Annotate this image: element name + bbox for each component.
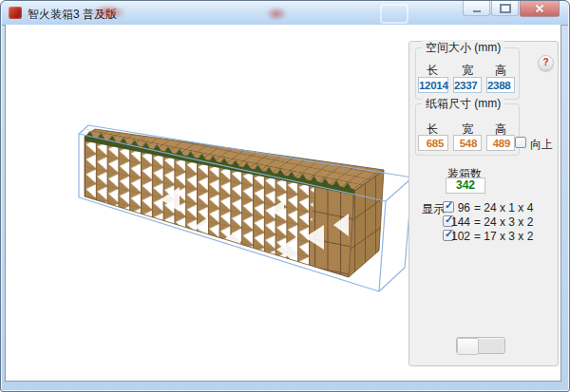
watermark-artifact (266, 7, 287, 21)
minimize-icon (473, 10, 481, 12)
space-height-input[interactable]: 2388 (486, 77, 515, 93)
app-icon (9, 7, 22, 19)
upward-checkbox[interactable] (515, 137, 526, 148)
display-formula-0: = 24 x 1 x 4 (474, 201, 533, 215)
box-count-value: 342 (446, 177, 485, 194)
window-title: 智火装箱3 普及版 (28, 7, 117, 23)
minimize-button[interactable] (463, 1, 490, 16)
space-size-title: 空间大小 (mm) (422, 40, 504, 56)
help-icon[interactable]: ? (538, 55, 554, 71)
close-icon (535, 4, 544, 13)
display-formula-2: = 17 x 3 x 2 (474, 230, 533, 243)
settings-panel: ? 空间大小 (mm) 长 宽 高 12014 2337 2388 纸箱尺寸 (… (408, 41, 559, 366)
display-count-2: 102 (446, 230, 470, 243)
maximize-icon (500, 4, 511, 13)
display-count-0: 96 (446, 201, 470, 215)
display-label: 显示 (422, 201, 445, 217)
display-formula-1: = 24 x 3 x 2 (474, 215, 533, 229)
view-toggle[interactable] (456, 337, 505, 354)
maximize-button[interactable] (491, 1, 519, 16)
space-length-input[interactable]: 12014 (418, 77, 448, 93)
view-toggle-knob[interactable] (457, 338, 479, 355)
carton-length-input[interactable]: 685 (418, 135, 448, 151)
space-width-input[interactable]: 2337 (453, 77, 482, 93)
app-window: 智火装箱3 普及版 (0, 0, 570, 392)
titlebar[interactable]: 智火装箱3 普及版 (2, 2, 568, 26)
carton-size-title: 纸箱尺寸 (mm) (422, 96, 504, 112)
upward-label: 向上 (530, 137, 553, 153)
watermark-artifact (380, 4, 408, 24)
display-count-1: 144 (446, 215, 470, 229)
carton-width-input[interactable]: 548 (453, 135, 482, 151)
window-controls (462, 1, 560, 17)
close-button[interactable] (520, 1, 560, 17)
carton-height-input[interactable]: 489 (486, 135, 515, 151)
cargo-boxes (85, 129, 384, 277)
